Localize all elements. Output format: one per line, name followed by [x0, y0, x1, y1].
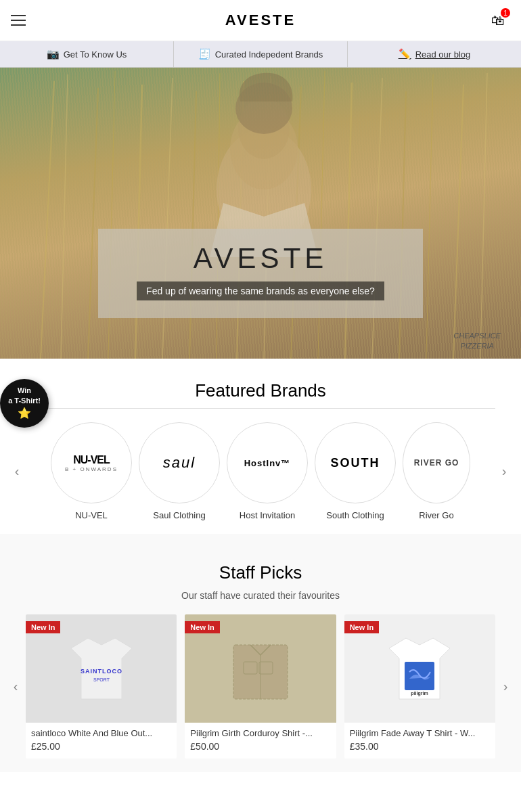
cart-button[interactable]: 🛍 1: [486, 8, 510, 32]
hero-subtitle: Fed up of wearing the same brands as eve…: [137, 281, 384, 300]
brands-divider: [26, 408, 495, 409]
star-icon: ⭐: [18, 407, 31, 421]
nav-item-curated[interactable]: 🧾 Curated Indepedent Brands: [174, 41, 348, 67]
win-badge[interactable]: Win a T-Shirt! ⭐: [0, 379, 49, 428]
riverco-logo: RIVER GO: [414, 458, 459, 468]
product-image-piilgrim-girth: New In: [185, 614, 336, 723]
brands-icon: 🧾: [198, 48, 211, 60]
product-name-saintloco: saintloco White And Blue Out...: [31, 728, 171, 738]
brand-name-nu-vel: NU-VEL: [75, 510, 108, 520]
shirt-graphic: [220, 631, 301, 706]
hero-watermark: CHEAPSLICEPIZZERIA: [453, 331, 501, 351]
svg-line-15: [426, 74, 433, 359]
product-image-piilgrim-fade: New In piilgrim: [344, 614, 495, 723]
brand-item-river-go[interactable]: RIVER GO River Go: [403, 422, 470, 520]
staff-picks-subtitle: Our staff have curated their favourites: [0, 590, 521, 601]
products-prev-arrow[interactable]: ‹: [5, 677, 26, 697]
product-name-piilgrim-fade: Piilgrim Fade Away T Shirt - W...: [350, 728, 490, 738]
brand-item-nu-vel[interactable]: NU-VEL B + ONWARDS NU-VEL: [51, 422, 132, 520]
brands-prev-arrow[interactable]: ‹: [7, 461, 27, 482]
product-price-saintloco: £25.00: [31, 741, 171, 752]
site-logo[interactable]: AVESTE: [35, 12, 486, 29]
product-card-saintloco[interactable]: New In SAINTLOCO SPORT saintloco White A…: [26, 614, 177, 759]
svg-line-6: [189, 91, 196, 359]
svg-text:SPORT: SPORT: [93, 677, 110, 682]
pilgrim-tshirt-graphic: piilgrim: [379, 631, 460, 706]
products-carousel: ‹ New In SAINTLOCO SPORT saintloco White…: [0, 614, 521, 759]
product-card-piilgrim-fade[interactable]: New In piilgrim Piilgrim Fade Away T Shi…: [344, 614, 495, 759]
menu-button[interactable]: [11, 8, 35, 32]
product-info-saintloco: saintloco White And Blue Out... £25.00: [26, 723, 177, 759]
svg-line-16: [453, 85, 463, 359]
hero-title: AVESTE: [118, 242, 403, 275]
brand-name-host: Host Invitation: [240, 510, 295, 520]
featured-brands-title: Featured Brands: [0, 359, 521, 408]
products-track: New In SAINTLOCO SPORT saintloco White A…: [26, 614, 495, 759]
new-in-badge-1: New In: [26, 621, 60, 633]
product-info-piilgrim-fade: Piilgrim Fade Away T Shirt - W... £35.00: [344, 723, 495, 759]
products-next-arrow[interactable]: ›: [495, 677, 516, 697]
brand-circle-nu-vel: NU-VEL B + ONWARDS: [51, 422, 132, 503]
tshirt-graphic: SAINTLOCO SPORT: [61, 631, 142, 706]
brands-track: NU-VEL B + ONWARDS NU-VEL saul Saul Clot…: [27, 422, 494, 520]
product-image-saintloco: New In SAINTLOCO SPORT: [26, 614, 177, 723]
nav-label-get-to-know: Get To Know Us: [64, 49, 127, 60]
brand-name-saul: Saul Clothing: [153, 510, 205, 520]
nav-label-curated: Curated Indepedent Brands: [215, 49, 323, 60]
featured-brands-section: Featured Brands ‹ NU-VEL B + ONWARDS NU-…: [0, 359, 521, 534]
svg-line-0: [41, 81, 54, 359]
product-price-piilgrim-girth: £50.00: [190, 741, 330, 752]
nav-item-get-to-know[interactable]: 📷 Get To Know Us: [0, 41, 174, 67]
svg-line-14: [399, 91, 406, 359]
instagram-icon: 📷: [47, 48, 60, 60]
brands-carousel: ‹ NU-VEL B + ONWARDS NU-VEL saul Saul Cl…: [0, 422, 521, 534]
win-line2: a T-Shirt!: [8, 396, 41, 405]
hero-section: AVESTE Fed up of wearing the same brands…: [0, 68, 521, 359]
brand-item-saul[interactable]: saul Saul Clothing: [139, 422, 220, 520]
new-in-badge-3: New In: [344, 621, 379, 633]
product-card-piilgrim-girth[interactable]: New In Piilgrim Girth Corduroy Sh: [185, 614, 336, 759]
brand-circle-river-go: RIVER GO: [403, 422, 470, 503]
hero-overlay: AVESTE Fed up of wearing the same brands…: [98, 229, 423, 318]
pencil-icon: ✏️: [399, 48, 411, 60]
new-in-badge-2: New In: [185, 621, 219, 633]
brand-circle-saul: saul: [139, 422, 220, 503]
brand-circle-south: SOUTH: [315, 422, 396, 503]
nuvel-sub: B + ONWARDS: [65, 466, 118, 472]
brand-name-river-go: River Go: [419, 510, 453, 520]
staff-picks-title: Staff Picks: [0, 541, 521, 590]
brands-next-arrow[interactable]: ›: [494, 461, 514, 482]
brand-item-south[interactable]: SOUTH South Clothing: [315, 422, 396, 520]
svg-line-2: [88, 88, 98, 359]
win-line1: Win: [18, 386, 31, 395]
product-info-piilgrim-girth: Piilgrim Girth Corduroy Shirt -... £50.0…: [185, 723, 336, 759]
svg-text:piilgrim: piilgrim: [411, 691, 428, 696]
brand-item-host[interactable]: HostInv™ Host Invitation: [227, 422, 308, 520]
nav-bar: 📷 Get To Know Us 🧾 Curated Indepedent Br…: [0, 41, 521, 68]
brand-circle-host: HostInv™: [227, 422, 308, 503]
product-price-piilgrim-fade: £35.00: [350, 741, 490, 752]
nav-item-blog[interactable]: ✏️ Read our blog: [348, 41, 521, 67]
nuvel-logo: NU-VEL: [65, 454, 118, 466]
south-logo: SOUTH: [331, 456, 380, 470]
nav-label-blog: Read our blog: [415, 49, 471, 60]
product-name-piilgrim-girth: Piilgrim Girth Corduroy Shirt -...: [190, 728, 330, 738]
svg-text:SAINTLOCO: SAINTLOCO: [81, 668, 122, 675]
staff-picks-section: Staff Picks Our staff have curated their…: [0, 534, 521, 772]
svg-line-17: [480, 73, 487, 359]
svg-line-1: [61, 74, 68, 359]
header: AVESTE 🛍 1: [0, 0, 521, 41]
saul-logo: saul: [163, 454, 196, 472]
cart-badge: 1: [501, 8, 510, 18]
host-logo: HostInv™: [244, 458, 291, 468]
brand-name-south: South Clothing: [326, 510, 384, 520]
